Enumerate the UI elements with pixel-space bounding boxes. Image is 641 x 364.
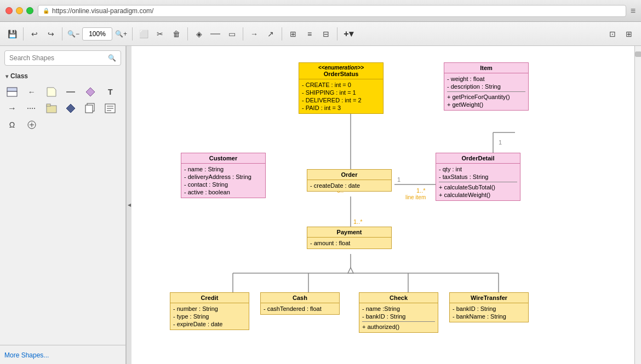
zoom-in-button[interactable]: 🔍+ (113, 26, 129, 42)
zoom-input[interactable]: 100% (82, 27, 112, 41)
uml-row: - DELIVERED : int = 2 (302, 96, 380, 104)
uml-divider (362, 321, 435, 322)
search-input[interactable] (9, 54, 108, 62)
right-scrollbar[interactable] (634, 46, 641, 364)
cut-button[interactable]: ✂ (152, 26, 168, 42)
toolbar: 💾 ↩ ↪ 🔍− 100% 🔍+ ⬜ ✂ 🗑 ◈ — ▭ → ↗ ⊞ ≡ ⊟ +… (0, 22, 641, 46)
lock-icon: 🔒 (43, 8, 49, 14)
shape-grid: ← T → (0, 82, 125, 135)
svg-rect-6 (47, 106, 56, 113)
layout-button[interactable]: ⊟ (318, 26, 334, 42)
uml-row: - taxStatus : String (439, 173, 517, 181)
uml-row: - description : String (447, 83, 525, 90)
more-shapes-link[interactable]: More Shapes... (4, 351, 49, 359)
svg-rect-7 (47, 104, 50, 106)
section-label: Class (10, 72, 28, 80)
zoom-out-button[interactable]: 🔍− (66, 26, 81, 42)
uml-row: - active : boolean (184, 188, 262, 196)
line-color-button[interactable]: — (208, 26, 223, 42)
shape-class[interactable] (4, 84, 20, 100)
uml-payment-title: Payment (307, 227, 391, 238)
uml-class-check[interactable]: Check - name :String - bankID : String +… (359, 292, 438, 333)
uml-orderstatus-title: <<enumeration>> OrderStatus (299, 63, 383, 79)
svg-text:1: 1 (397, 176, 400, 183)
svg-rect-0 (7, 88, 17, 91)
uml-class-wiretransfer[interactable]: WireTransfer - bankID : String - bankNam… (449, 292, 529, 322)
uml-row: - contact : String (184, 181, 262, 188)
class-section-header[interactable]: ▾ Class (0, 70, 125, 82)
arrow-button[interactable]: → (247, 26, 262, 42)
shape-omega[interactable]: Ω (4, 117, 20, 132)
shape-text[interactable]: T (102, 84, 118, 100)
uml-row: + calculateSubTotal() (439, 183, 517, 191)
traffic-lights (5, 7, 33, 14)
uml-class-cash[interactable]: Cash - cashTendered : float (260, 292, 340, 315)
svg-marker-8 (66, 104, 75, 113)
panel-toggle-button[interactable]: ⊡ (605, 26, 620, 42)
uml-wiretransfer-title: WireTransfer (450, 293, 528, 303)
uml-row: + getPriceForQuantity() (447, 93, 525, 101)
svg-rect-10 (85, 105, 93, 113)
copy-button[interactable]: ⬜ (136, 26, 151, 42)
uml-payment-body: - amount : float (307, 238, 391, 249)
shape-arrow-right[interactable]: → (4, 101, 20, 116)
shape-dependency[interactable]: ← (24, 84, 39, 100)
shape-note[interactable] (44, 84, 59, 100)
shape-button[interactable]: ▭ (224, 26, 239, 42)
uml-class-payment[interactable]: Payment - amount : float (307, 227, 392, 249)
uml-orderstatus-name: OrderStatus (302, 71, 380, 77)
sidebar-collapse-handle[interactable]: ◀ (126, 46, 131, 364)
shape-dots[interactable] (24, 101, 39, 116)
align-button[interactable]: ≡ (302, 26, 317, 42)
svg-text:1..*: 1..* (416, 187, 426, 194)
shape-note2[interactable] (102, 101, 118, 116)
search-icon: 🔍 (108, 54, 116, 62)
uml-row: - createDate : date (310, 182, 388, 189)
uml-class-item[interactable]: Item - weight : float - description : St… (444, 62, 529, 111)
fullscreen-button[interactable]: ⊞ (621, 26, 637, 42)
shape-line[interactable] (63, 84, 78, 100)
main-layout: 🔍 ▾ Class ← T (0, 46, 641, 364)
uml-class-order[interactable]: Order - createDate : date (307, 169, 392, 192)
undo-button[interactable]: ↩ (27, 26, 42, 42)
shape-crosshair[interactable] (24, 117, 39, 132)
shape-package[interactable] (44, 101, 59, 116)
save-button[interactable]: 💾 (4, 26, 20, 42)
uml-check-title: Check (359, 293, 438, 303)
svg-text:line item: line item (405, 194, 426, 200)
uml-divider (439, 182, 517, 182)
shape-copy[interactable] (83, 101, 98, 116)
group-button[interactable]: ⊞ (285, 26, 301, 42)
uml-row: - amount : float (310, 239, 388, 247)
svg-marker-39 (348, 268, 353, 273)
uml-class-credit[interactable]: Credit - number : String - type : String… (170, 292, 249, 330)
minimize-button[interactable] (16, 7, 23, 14)
delete-button[interactable]: 🗑 (169, 26, 184, 42)
chevron-icon: ▾ (5, 73, 8, 79)
uml-class-orderstatus[interactable]: <<enumeration>> OrderStatus - CREATE : i… (299, 62, 384, 114)
separator (62, 27, 62, 41)
uml-row: + calculateWeight() (439, 191, 517, 199)
shape-diamond[interactable] (83, 84, 98, 100)
shape-filled-diamond[interactable] (63, 101, 78, 116)
redo-button[interactable]: ↪ (43, 26, 59, 42)
uml-customer-title: Customer (181, 153, 265, 164)
svg-rect-1 (7, 91, 17, 96)
canvas-area[interactable]: 1 1 0..* 1 0..* 1 1..* line item (131, 46, 634, 364)
uml-row: - name :String (362, 305, 435, 313)
uml-row: - type : String (173, 313, 246, 320)
uml-cash-body: - cashTendered : float (261, 303, 339, 314)
add-button[interactable]: +▾ (341, 26, 356, 42)
close-button[interactable] (5, 7, 13, 14)
maximize-button[interactable] (26, 7, 33, 14)
search-box[interactable]: 🔍 (4, 50, 121, 66)
uml-credit-title: Credit (170, 293, 249, 303)
menu-icon[interactable]: ≡ (631, 6, 636, 16)
url-bar[interactable]: 🔒 https://online.visual-paradigm.com/ (38, 5, 626, 17)
uml-class-customer[interactable]: Customer - name : String - deliveryAddre… (181, 153, 266, 198)
uml-orderdetail-title: OrderDetail (436, 153, 520, 164)
uml-row: + authorized() (362, 323, 435, 331)
connector-button[interactable]: ↗ (263, 26, 278, 42)
uml-class-orderdetail[interactable]: OrderDetail - qty : int - taxStatus : St… (436, 153, 520, 201)
fill-color-button[interactable]: ◈ (191, 26, 207, 42)
